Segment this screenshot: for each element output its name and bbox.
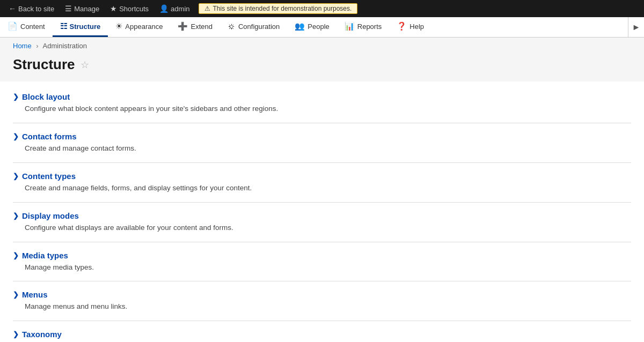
bookmark-star-icon[interactable]: ☆ bbox=[80, 59, 89, 71]
shortcuts-button[interactable]: ★ Shortcuts bbox=[106, 2, 153, 15]
page-header: Structure ☆ bbox=[0, 54, 644, 81]
structure-item: ❯Display modesConfigure what displays ar… bbox=[13, 203, 631, 242]
chevron-right-icon: ❯ bbox=[13, 251, 19, 259]
structure-item: ❯Content typesCreate and manage fields, … bbox=[13, 163, 631, 203]
chevron-right-icon: ❯ bbox=[13, 172, 19, 180]
help-nav-icon: ❓ bbox=[397, 21, 407, 31]
warning-icon: ⚠ bbox=[204, 5, 210, 12]
structure-item-desc-display-modes: Configure what displays are available fo… bbox=[13, 223, 631, 233]
nav-item-help[interactable]: ❓ Help bbox=[389, 17, 431, 37]
structure-nav-icon: ☷ bbox=[60, 21, 67, 31]
structure-item-label-display-modes: Display modes bbox=[22, 211, 79, 220]
back-to-site-button[interactable]: ← Back to site bbox=[4, 2, 58, 15]
structure-item-desc-contact-forms: Create and manage contact forms. bbox=[13, 144, 631, 154]
nav-item-appearance[interactable]: ☀ Appearance bbox=[108, 17, 170, 37]
star-icon: ★ bbox=[110, 4, 117, 13]
admin-bar: ← Back to site ☰ Manage ★ Shortcuts 👤 ad… bbox=[0, 0, 644, 17]
structure-item-title-content-types[interactable]: ❯Content types bbox=[13, 172, 631, 181]
appearance-nav-icon: ☀ bbox=[115, 21, 122, 31]
structure-item-desc-menus: Manage menus and menu links. bbox=[13, 302, 631, 312]
chevron-right-icon: ❯ bbox=[13, 132, 19, 140]
structure-item-label-menus: Menus bbox=[22, 290, 48, 299]
extend-nav-icon: ➕ bbox=[178, 21, 188, 31]
page-title: Structure bbox=[13, 56, 75, 73]
breadcrumb-home-link[interactable]: Home bbox=[13, 42, 32, 50]
content-nav-icon: 📄 bbox=[8, 21, 18, 31]
structure-item-desc-media-types: Manage media types. bbox=[13, 263, 631, 273]
chevron-right-icon: ❯ bbox=[13, 330, 19, 338]
nav-item-people[interactable]: 👥 People bbox=[287, 17, 336, 37]
back-arrow-icon: ← bbox=[9, 4, 16, 13]
secondary-nav: 📄 Content ☷ Structure ☀ Appearance ➕ Ext… bbox=[0, 17, 644, 38]
structure-item: ❯Block layoutConfigure what block conten… bbox=[13, 81, 631, 123]
user-icon: 👤 bbox=[159, 4, 169, 13]
breadcrumb-separator: › bbox=[36, 42, 38, 50]
structure-item-desc-content-types: Create and manage fields, forms, and dis… bbox=[13, 183, 631, 194]
structure-item: ❯Media typesManage media types. bbox=[13, 242, 631, 282]
nav-item-structure[interactable]: ☷ Structure bbox=[53, 17, 108, 37]
chevron-right-icon: ❯ bbox=[13, 291, 19, 299]
nav-item-content[interactable]: 📄 Content bbox=[0, 17, 53, 37]
chevron-right-icon: ❯ bbox=[13, 93, 19, 101]
nav-item-configuration[interactable]: ⛭ Configuration bbox=[220, 17, 287, 37]
demo-notice: ⚠ This site is intended for demonstratio… bbox=[199, 3, 358, 14]
nav-item-extend[interactable]: ➕ Extend bbox=[170, 17, 219, 37]
structure-item-label-taxonomy: Taxonomy bbox=[22, 330, 62, 339]
manage-menu-button[interactable]: ☰ Manage bbox=[61, 2, 104, 15]
hamburger-icon: ☰ bbox=[65, 4, 72, 13]
structure-item-label-content-types: Content types bbox=[22, 172, 76, 181]
admin-user-button[interactable]: 👤 admin bbox=[155, 2, 194, 15]
structure-item-title-taxonomy[interactable]: ❯Taxonomy bbox=[13, 330, 631, 339]
chevron-right-icon: ❯ bbox=[13, 212, 19, 220]
structure-item: ❯MenusManage menus and menu links. bbox=[13, 281, 631, 321]
breadcrumb: Home › Administration bbox=[0, 38, 644, 54]
structure-item-label-block-layout: Block layout bbox=[22, 92, 70, 101]
configuration-nav-icon: ⛭ bbox=[228, 22, 236, 31]
people-nav-icon: 👥 bbox=[295, 21, 305, 31]
nav-item-reports[interactable]: 📊 Reports bbox=[337, 17, 390, 37]
reports-nav-icon: 📊 bbox=[345, 21, 355, 31]
breadcrumb-current: Administration bbox=[43, 42, 87, 50]
structure-item-title-media-types[interactable]: ❯Media types bbox=[13, 251, 631, 260]
structure-item-label-contact-forms: Contact forms bbox=[22, 132, 77, 141]
structure-item-desc-block-layout: Configure what block content appears in … bbox=[13, 104, 631, 114]
structure-item-title-menus[interactable]: ❯Menus bbox=[13, 290, 631, 299]
structure-item: ❯Contact formsCreate and manage contact … bbox=[13, 123, 631, 163]
structure-item-title-block-layout[interactable]: ❯Block layout bbox=[13, 92, 631, 101]
structure-item-title-contact-forms[interactable]: ❯Contact forms bbox=[13, 132, 631, 141]
main-content: ❯Block layoutConfigure what block conten… bbox=[0, 81, 644, 342]
structure-item-title-display-modes[interactable]: ❯Display modes bbox=[13, 211, 631, 220]
nav-scroll-right-button[interactable]: ► bbox=[628, 17, 644, 37]
structure-item-label-media-types: Media types bbox=[22, 251, 68, 260]
structure-item: ❯TaxonomyManage tagging, categorization,… bbox=[13, 321, 631, 342]
